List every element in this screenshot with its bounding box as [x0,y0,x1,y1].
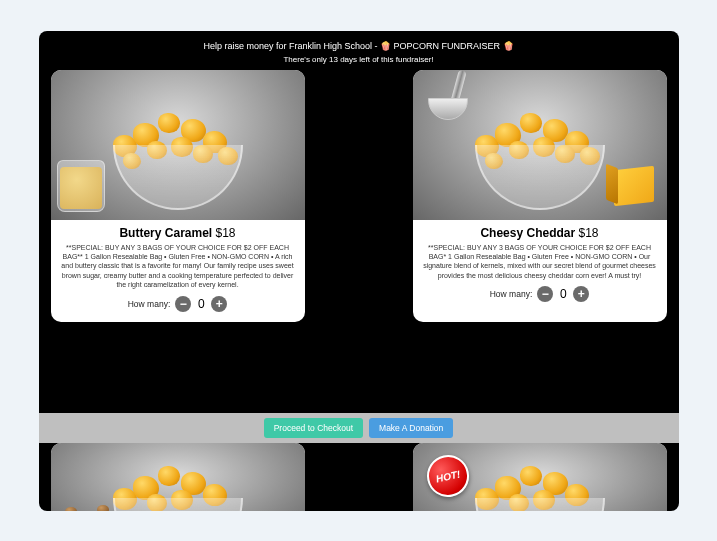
minus-icon: − [180,298,187,310]
hot-badge-text: HOT! [434,468,460,484]
popcorn-icon: 🍿 [503,41,514,51]
plus-icon: + [578,288,585,300]
countdown-text: There's only 13 days left of this fundra… [47,55,671,64]
quantity-stepper: How many: − 0 + [61,296,295,312]
product-body: Buttery Caramel $18 **SPECIAL: BUY ANY 3… [51,220,305,322]
popcorn-bowl [465,473,615,511]
qty-increment-button[interactable]: + [573,286,589,302]
product-name: Cheesy Cheddar [480,226,575,240]
proceed-checkout-button[interactable]: Proceed to Checkout [264,418,363,438]
fundraiser-page: Help raise money for Franklin High Schoo… [39,31,679,511]
product-image [51,70,305,220]
product-description: **SPECIAL: BUY ANY 3 BAGS OF YOUR CHOICE… [423,243,657,281]
product-title: Buttery Caramel $18 [61,226,295,240]
product-image: HOT! [413,443,667,511]
qty-value: 0 [196,297,206,311]
plus-icon: + [216,298,223,310]
make-donation-button[interactable]: Make A Donation [369,418,453,438]
popcorn-icon: 🍿 [380,41,391,51]
qty-increment-button[interactable]: + [211,296,227,312]
action-bar: Proceed to Checkout Make A Donation [39,413,679,443]
product-name: Buttery Caramel [119,226,212,240]
product-price: $18 [579,226,599,240]
product-title: Cheesy Cheddar $18 [423,226,657,240]
product-card-buttery-caramel: Buttery Caramel $18 **SPECIAL: BUY ANY 3… [51,70,305,322]
page-header: Help raise money for Franklin High Schoo… [39,31,679,70]
title-text-2: POPCORN FUNDRAISER [391,41,503,51]
product-card-partial-2: HOT! [413,443,667,511]
side-cup-crumbs [57,160,105,212]
product-row-2: HOT! [39,443,679,511]
product-body: Cheesy Cheddar $18 **SPECIAL: BUY ANY 3 … [413,220,667,313]
popcorn-bowl [103,120,253,210]
product-card-partial-1 [51,443,305,511]
qty-decrement-button[interactable]: − [537,286,553,302]
product-description: **SPECIAL: BUY ANY 3 BAGS OF YOUR CHOICE… [61,243,295,290]
product-price: $18 [216,226,236,240]
minus-icon: − [542,288,549,300]
qty-label: How many: [490,289,533,299]
product-card-cheesy-cheddar: Cheesy Cheddar $18 **SPECIAL: BUY ANY 3 … [413,70,667,322]
product-image [413,70,667,220]
page-title: Help raise money for Franklin High Schoo… [47,41,671,51]
popcorn-bowl [465,120,615,210]
product-image [51,443,305,511]
qty-label: How many: [128,299,171,309]
nuts-decoration [61,485,151,511]
cheese-decoration [606,158,661,208]
title-text: Help raise money for Franklin High Schoo… [203,41,380,51]
qty-value: 0 [558,287,568,301]
product-row-1: Buttery Caramel $18 **SPECIAL: BUY ANY 3… [39,70,679,322]
qty-decrement-button[interactable]: − [175,296,191,312]
quantity-stepper: How many: − 0 + [423,286,657,302]
